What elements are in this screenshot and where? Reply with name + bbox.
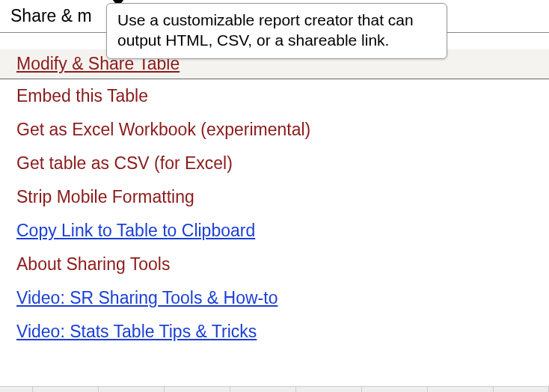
header-title: Share & m: [10, 6, 92, 25]
footer-cell: [33, 387, 99, 392]
menu-item-about-sharing-tools[interactable]: About Sharing Tools: [0, 248, 549, 281]
menu-item-video-sharing-tools[interactable]: Video: SR Sharing Tools & How-to: [0, 281, 549, 315]
footer-cell: [296, 387, 362, 392]
menu-item-label: Embed this Table: [16, 86, 148, 105]
menu-item-copy-link-clipboard[interactable]: Copy Link to Table to Clipboard: [0, 214, 549, 248]
footer-bar: [0, 386, 549, 392]
share-menu-list: Modify & Share Table Embed this Table Ge…: [0, 33, 549, 349]
menu-item-label: About Sharing Tools: [16, 254, 170, 274]
menu-item-get-csv[interactable]: Get table as CSV (for Excel): [0, 147, 549, 180]
menu-item-label: Video: SR Sharing Tools & How-to: [16, 288, 277, 307]
footer-cell: [494, 387, 549, 392]
footer-cell: [165, 387, 230, 392]
footer-cell: [0, 387, 33, 392]
menu-item-label: Get table as CSV (for Excel): [16, 153, 233, 173]
menu-item-get-excel-workbook[interactable]: Get as Excel Workbook (experimental): [0, 113, 549, 147]
footer-cell: [230, 387, 296, 392]
menu-item-label: Get as Excel Workbook (experimental): [16, 120, 310, 139]
menu-item-video-stats-tips[interactable]: Video: Stats Table Tips & Tricks: [0, 315, 549, 349]
footer-cell: [362, 387, 428, 392]
menu-item-strip-mobile-formatting[interactable]: Strip Mobile Formatting: [0, 180, 549, 214]
menu-item-label: Video: Stats Table Tips & Tricks: [16, 322, 257, 341]
tooltip: Use a customizable report creator that c…: [106, 3, 447, 59]
footer-cell: [428, 387, 494, 392]
menu-item-label: Copy Link to Table to Clipboard: [16, 221, 255, 240]
menu-item-label: Strip Mobile Formatting: [16, 187, 194, 206]
tooltip-text: Use a customizable report creator that c…: [117, 11, 414, 49]
menu-item-embed-table[interactable]: Embed this Table: [0, 79, 549, 113]
footer-cell: [99, 387, 165, 392]
